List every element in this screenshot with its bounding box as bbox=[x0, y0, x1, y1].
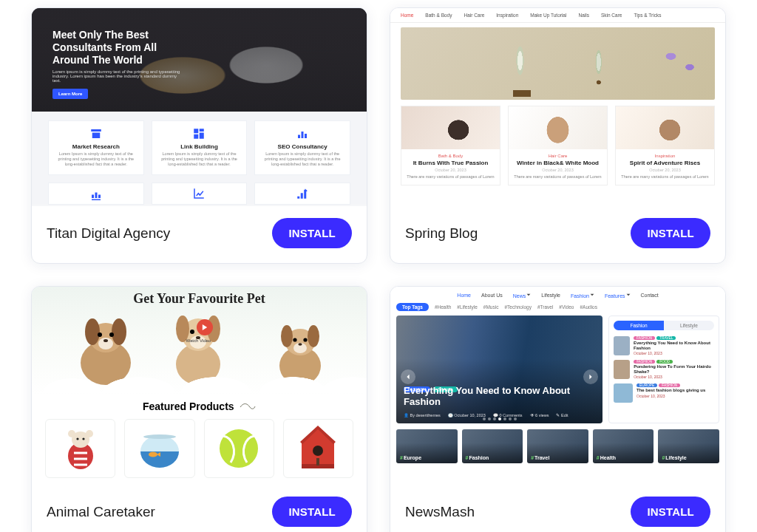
svg-point-33 bbox=[220, 429, 258, 468]
item-title: Pondering How To Form Your Hairdo Shake? bbox=[634, 364, 714, 374]
tag[interactable]: #Travel bbox=[537, 304, 553, 310]
stat-icon-box bbox=[152, 183, 248, 205]
svg-point-23 bbox=[298, 343, 302, 346]
post-image bbox=[401, 106, 500, 149]
install-button[interactable]: INSTALL bbox=[631, 497, 710, 527]
theme-grid: Meet Only The Best Consultants From All … bbox=[0, 0, 757, 532]
theme-preview[interactable]: Meet Only The Best Consultants From All … bbox=[32, 8, 367, 206]
teddy-icon bbox=[61, 426, 100, 471]
nav-item[interactable]: Home bbox=[401, 13, 413, 18]
nav-item[interactable]: Inspiration bbox=[496, 13, 518, 18]
post-excerpt: There are many variations of passages of… bbox=[513, 174, 602, 179]
pill: TRAVEL bbox=[656, 336, 676, 340]
slider-prev-button[interactable] bbox=[401, 369, 415, 384]
pill: EUROPE bbox=[637, 383, 657, 387]
item-title: The best fashion blogs giving us bbox=[637, 388, 705, 393]
nav-item[interactable]: Tips & Tricks bbox=[634, 13, 661, 18]
theme-card-animal: Get Your Favourite Pet Watch Video Featu… bbox=[31, 286, 367, 532]
nav-item[interactable]: About Us bbox=[481, 293, 503, 299]
category-tile[interactable]: #Travel bbox=[527, 429, 588, 463]
tag[interactable]: #Audios bbox=[580, 304, 597, 310]
svg-point-18 bbox=[281, 325, 293, 347]
category-tile[interactable]: #Lifestyle bbox=[658, 429, 719, 463]
featured-products-heading: Featured Products bbox=[32, 400, 367, 413]
post-card[interactable]: Inspiration Spirit of Adventure Rises Oc… bbox=[615, 106, 715, 185]
post-card[interactable]: Hair Care Winter in Black& White Mood Oc… bbox=[508, 106, 608, 185]
service-card: Link Building Lorem Ipsum is simply dumm… bbox=[152, 120, 248, 175]
tab[interactable]: Fashion bbox=[614, 321, 664, 330]
theme-preview[interactable]: Home About Us News Lifestyle Fashion Fea… bbox=[390, 287, 725, 485]
hero-subtext: Lorem ipsum is simply dummy text of the … bbox=[52, 69, 186, 83]
nav-item[interactable]: Make Up Tutorial bbox=[530, 13, 566, 18]
tab[interactable]: Lifestyle bbox=[664, 321, 714, 330]
nav-item[interactable]: Skin Care bbox=[601, 13, 622, 18]
post-excerpt: There are many variations of passages of… bbox=[406, 174, 495, 179]
slider-dots[interactable] bbox=[483, 417, 517, 420]
thumb bbox=[614, 336, 630, 355]
stat-icon-box bbox=[48, 183, 144, 205]
line-chart-icon bbox=[191, 187, 206, 200]
theme-title: Animal Caretaker bbox=[47, 504, 155, 520]
service-title: Link Building bbox=[157, 143, 242, 150]
nav-item[interactable]: Contact bbox=[641, 293, 659, 299]
service-desc: Lorem Ipsum is simply dummy text of the … bbox=[157, 151, 242, 167]
post-date: October 20, 2023 bbox=[620, 168, 710, 172]
leaderboard-icon bbox=[89, 187, 103, 200]
post-title: Spirit of Adventure Rises bbox=[620, 160, 710, 166]
wave-divider bbox=[32, 375, 367, 393]
product-card[interactable] bbox=[124, 419, 194, 478]
sidebar-item[interactable]: FASHIONTRAVEL Everything You Need to Kno… bbox=[614, 334, 714, 358]
link-building-icon bbox=[192, 127, 206, 140]
theme-preview[interactable]: Get Your Favourite Pet Watch Video Featu… bbox=[32, 287, 367, 485]
nav-item[interactable]: Fashion bbox=[571, 293, 594, 299]
tag[interactable]: #Health bbox=[435, 304, 451, 310]
sidebar-item[interactable]: FASHIONFOOD Pondering How To Form Your H… bbox=[614, 358, 714, 381]
service-card: Market Research Lorem Ipsum is simply du… bbox=[48, 120, 144, 175]
nav-item[interactable]: Hair Care bbox=[464, 13, 484, 18]
svg-point-31 bbox=[149, 451, 157, 457]
install-button[interactable]: INSTALL bbox=[272, 497, 352, 527]
product-card[interactable] bbox=[283, 419, 353, 478]
sidebar-item[interactable]: EUROPEFASHION The best fashion blogs giv… bbox=[614, 381, 714, 405]
svg-point-6 bbox=[109, 332, 114, 337]
svg-point-35 bbox=[313, 446, 323, 456]
hero-banner bbox=[401, 27, 715, 100]
play-button[interactable] bbox=[197, 319, 213, 335]
pill: FASHION bbox=[634, 360, 655, 364]
svg-point-7 bbox=[103, 339, 108, 342]
category-tile[interactable]: #Health bbox=[593, 429, 654, 463]
nav-item[interactable]: Nails bbox=[578, 13, 588, 18]
post-category: Hair Care bbox=[513, 154, 602, 158]
tag[interactable]: #Lifestyle bbox=[457, 304, 477, 310]
service-desc: Lorem Ipsum is simply dummy text of the … bbox=[259, 151, 345, 167]
tag[interactable]: #Music bbox=[483, 304, 499, 310]
nav-item[interactable]: News bbox=[513, 293, 532, 299]
nav-item[interactable]: Lifestyle bbox=[541, 293, 560, 299]
install-button[interactable]: INSTALL bbox=[631, 218, 710, 248]
learn-more-button[interactable]: Learn More bbox=[52, 89, 88, 99]
chevron-right-icon bbox=[588, 374, 594, 380]
theme-preview[interactable]: Home Bath & Body Hair Care Inspiration M… bbox=[390, 8, 725, 206]
svg-point-5 bbox=[98, 332, 102, 337]
nav-item[interactable]: Home bbox=[457, 293, 471, 299]
growth-icon bbox=[295, 187, 310, 200]
category-tile[interactable]: #Fashion bbox=[462, 429, 523, 463]
svg-point-3 bbox=[112, 318, 126, 345]
svg-point-28 bbox=[76, 437, 78, 440]
slider-next-button[interactable] bbox=[583, 369, 598, 384]
thumb bbox=[614, 360, 630, 379]
nav-item[interactable]: Bath & Body bbox=[425, 13, 452, 18]
theme-card-titan: Meet Only The Best Consultants From All … bbox=[31, 7, 367, 264]
news-nav: Home About Us News Lifestyle Fashion Fea… bbox=[396, 291, 719, 303]
install-button[interactable]: INSTALL bbox=[272, 218, 352, 248]
tag[interactable]: #Technology bbox=[504, 304, 532, 310]
product-card[interactable] bbox=[45, 419, 115, 478]
category-tile[interactable]: #Europe bbox=[396, 429, 458, 463]
product-card[interactable] bbox=[204, 419, 274, 478]
post-card[interactable]: Bath & Body It Burns With True Passion O… bbox=[401, 106, 500, 185]
hero-headline: Get Your Favourite Pet bbox=[32, 291, 367, 307]
svg-point-22 bbox=[303, 338, 307, 341]
tag[interactable]: #Video bbox=[559, 304, 574, 310]
chevron-down-icon bbox=[626, 293, 631, 297]
nav-item[interactable]: Features bbox=[605, 293, 631, 299]
